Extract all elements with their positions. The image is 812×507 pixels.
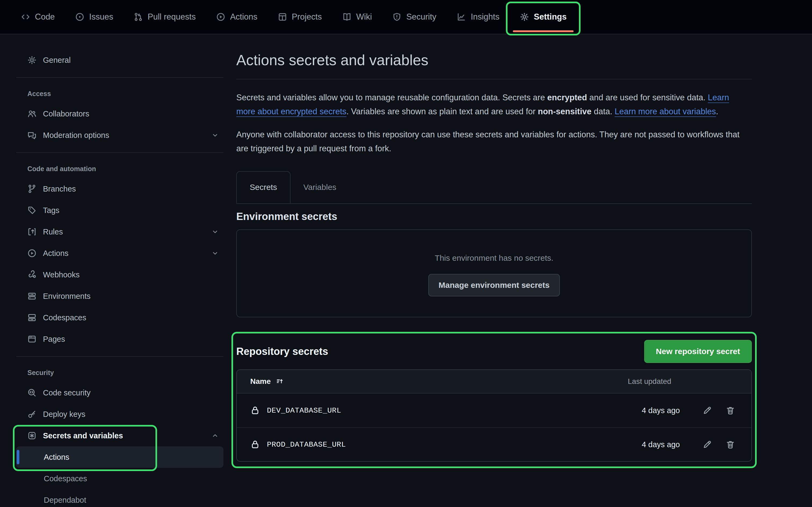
tab-security[interactable]: Security bbox=[382, 3, 447, 31]
table-header-row: Name Last updated bbox=[237, 370, 751, 394]
learn-more-link[interactable]: Learn more about variables bbox=[615, 107, 716, 116]
tab-label: Insights bbox=[471, 12, 499, 22]
chevron-down-icon bbox=[212, 132, 218, 139]
sidebar-section-security: Security bbox=[28, 363, 230, 382]
sidebar-item-label: Moderation options bbox=[43, 131, 109, 140]
tab-insights[interactable]: Insights bbox=[447, 3, 510, 31]
sidebar-item-label: Deploy keys bbox=[43, 410, 85, 419]
secret-row-actions bbox=[690, 440, 741, 449]
sidebar-subitem-dependabot-secrets[interactable]: Dependabot bbox=[16, 489, 223, 507]
sidebar-item-secrets-and-variables[interactable]: Secrets and variables bbox=[16, 425, 223, 446]
tag-icon bbox=[28, 206, 37, 215]
tab-actions[interactable]: Actions bbox=[206, 3, 268, 31]
tab-pull-requests[interactable]: Pull requests bbox=[123, 3, 206, 31]
sort-ascending-icon bbox=[276, 378, 284, 386]
edit-pencil-icon[interactable] bbox=[702, 440, 712, 449]
lock-icon bbox=[250, 406, 260, 415]
github-repo-settings-page: { "nav": { "items": [ { "label": "Code",… bbox=[0, 0, 812, 507]
repository-secrets-heading: Repository secrets bbox=[236, 346, 328, 357]
sidebar-item-environments[interactable]: Environments bbox=[16, 285, 223, 307]
sidebar-item-label: Dependabot bbox=[44, 496, 86, 505]
sidebar-item-label: Collaborators bbox=[43, 109, 89, 118]
rule-icon bbox=[28, 227, 37, 236]
sidebar-item-general[interactable]: General bbox=[16, 49, 223, 71]
tab-variables[interactable]: Variables bbox=[291, 171, 349, 203]
tab-code[interactable]: Code bbox=[11, 3, 65, 31]
sidebar-item-codespaces[interactable]: Codespaces bbox=[16, 307, 223, 328]
sidebar-item-tags[interactable]: Tags bbox=[16, 200, 223, 221]
sidebar-item-rules[interactable]: Rules bbox=[16, 221, 223, 242]
play-circle-icon bbox=[28, 249, 37, 258]
sidebar-item-label: Webhooks bbox=[43, 270, 80, 279]
tab-secrets[interactable]: Secrets bbox=[236, 171, 291, 203]
sidebar-section-code-and-automation: Code and automation bbox=[28, 159, 230, 178]
tab-projects[interactable]: Projects bbox=[268, 3, 332, 31]
tab-label: Settings bbox=[534, 12, 567, 22]
secret-name: PROD_DATABASE_URL bbox=[267, 441, 346, 449]
webhook-icon bbox=[28, 270, 37, 279]
git-branch-icon bbox=[28, 184, 37, 193]
issue-opened-icon bbox=[75, 12, 84, 21]
delete-trash-icon[interactable] bbox=[725, 440, 735, 449]
sidebar-item-branches[interactable]: Branches bbox=[16, 178, 223, 200]
edit-pencil-icon[interactable] bbox=[702, 406, 712, 415]
sidebar-item-label: Codespaces bbox=[44, 474, 87, 483]
sidebar-item-label: Pages bbox=[43, 335, 65, 344]
play-circle-icon bbox=[216, 12, 225, 21]
codespaces-icon bbox=[28, 313, 37, 322]
comment-discussion-icon bbox=[28, 131, 37, 140]
secret-row-actions bbox=[690, 406, 741, 415]
gear-icon bbox=[520, 12, 529, 21]
server-icon bbox=[28, 292, 37, 301]
sidebar-divider bbox=[16, 77, 223, 78]
sidebar-divider bbox=[16, 152, 223, 153]
sidebar-item-label: Code security bbox=[43, 388, 91, 397]
delete-trash-icon[interactable] bbox=[725, 406, 735, 415]
environment-secrets-box: This environment has no secrets. Manage … bbox=[236, 229, 752, 317]
tab-settings[interactable]: Settings bbox=[510, 3, 577, 31]
secret-updated: 4 days ago bbox=[628, 440, 690, 449]
repository-secrets-table: Name Last updated DEV_DATABASE_URL 4 day… bbox=[236, 370, 752, 462]
sidebar-section-access: Access bbox=[28, 84, 230, 103]
sidebar-item-label: Actions bbox=[43, 249, 68, 258]
sidebar-subitem-actions-secrets[interactable]: Actions bbox=[16, 446, 223, 468]
people-icon bbox=[28, 109, 37, 118]
codescan-icon bbox=[28, 388, 37, 397]
tab-label: Code bbox=[35, 12, 55, 22]
tab-label: Issues bbox=[89, 12, 113, 22]
sidebar-item-label: Tags bbox=[43, 206, 59, 215]
sidebar-item-pages[interactable]: Pages bbox=[16, 328, 223, 350]
sidebar-divider bbox=[16, 356, 223, 357]
gear-icon bbox=[28, 56, 37, 65]
sidebar-item-label: Codespaces bbox=[43, 313, 86, 322]
sidebar-subitem-codespaces-secrets[interactable]: Codespaces bbox=[16, 468, 223, 489]
sidebar-item-label: Secrets and variables bbox=[43, 431, 123, 440]
sidebar-item-deploy-keys[interactable]: Deploy keys bbox=[16, 403, 223, 425]
sidebar-item-label: Actions bbox=[44, 453, 69, 462]
lock-icon bbox=[250, 440, 260, 449]
chevron-up-icon bbox=[212, 432, 218, 439]
tab-label: Pull requests bbox=[148, 12, 196, 22]
name-column-header[interactable]: Name bbox=[250, 377, 628, 386]
tab-wiki[interactable]: Wiki bbox=[332, 3, 383, 31]
tab-issues[interactable]: Issues bbox=[65, 3, 123, 31]
tab-label: Wiki bbox=[356, 12, 372, 22]
sidebar-item-actions[interactable]: Actions bbox=[16, 242, 223, 264]
graph-icon bbox=[457, 12, 466, 21]
last-updated-column-header: Last updated bbox=[628, 377, 690, 386]
secret-name-cell: PROD_DATABASE_URL bbox=[250, 440, 628, 449]
sidebar-item-code-security[interactable]: Code security bbox=[16, 382, 223, 403]
collaborator-access-note: Anyone with collaborator access to this … bbox=[236, 128, 747, 156]
repository-secrets-section: Repository secrets New repository secret… bbox=[236, 340, 752, 462]
sidebar-item-collaborators[interactable]: Collaborators bbox=[16, 103, 223, 124]
environment-secrets-heading: Environment secrets bbox=[236, 211, 752, 222]
repository-secrets-header: Repository secrets New repository secret bbox=[236, 340, 752, 363]
sidebar-item-webhooks[interactable]: Webhooks bbox=[16, 264, 223, 285]
code-icon bbox=[21, 12, 30, 21]
sidebar-item-label: General bbox=[43, 56, 70, 65]
sidebar-item-moderation-options[interactable]: Moderation options bbox=[16, 124, 223, 146]
tab-label: Security bbox=[406, 12, 436, 22]
new-repository-secret-button[interactable]: New repository secret bbox=[644, 340, 752, 363]
manage-environment-secrets-button[interactable]: Manage environment secrets bbox=[428, 274, 560, 296]
page-title: Actions secrets and variables bbox=[236, 51, 752, 79]
